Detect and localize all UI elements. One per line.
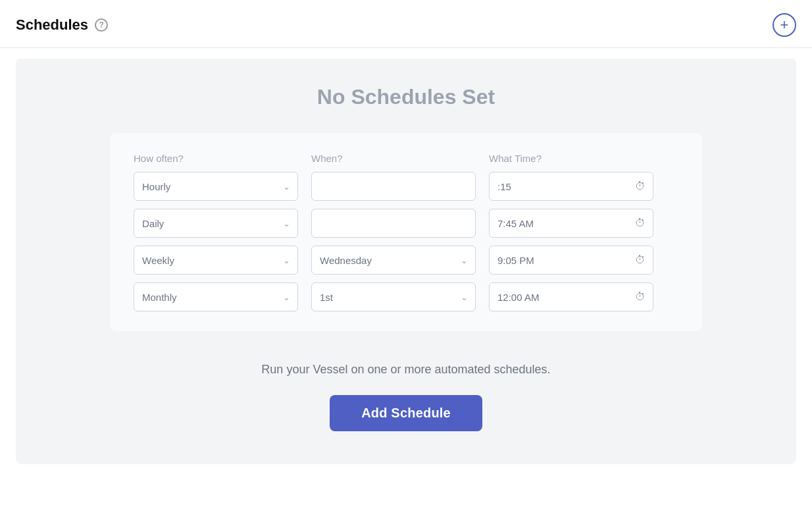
when-row-0	[311, 172, 476, 201]
frequency-select-3[interactable]: Hourly Daily Weekly Monthly	[134, 282, 298, 311]
add-schedule-button[interactable]: Add Schedule	[330, 395, 482, 431]
time-input-0[interactable]	[489, 172, 653, 201]
when-column: When? Sunday Monday Tuesday Wednesday	[311, 153, 476, 311]
time-input-2[interactable]	[489, 246, 653, 275]
time-row-2: ⏱	[489, 246, 653, 275]
when-row-2: Sunday Monday Tuesday Wednesday Thursday…	[311, 246, 476, 275]
time-input-1[interactable]	[489, 209, 653, 238]
frequency-row-1: Hourly Daily Weekly Monthly ⌄	[134, 209, 298, 238]
frequency-select-1[interactable]: Hourly Daily Weekly Monthly	[134, 209, 298, 238]
when-input-1[interactable]	[311, 209, 476, 238]
time-column: What Time? ⏱ ⏱ ⏱	[489, 153, 653, 311]
time-rows: ⏱ ⏱ ⏱ ⏱	[489, 172, 653, 311]
main-content: No Schedules Set How often? Hourly Daily…	[16, 59, 796, 464]
frequency-rows: Hourly Daily Weekly Monthly ⌄ Hourly Dai…	[134, 172, 298, 311]
frequency-row-3: Hourly Daily Weekly Monthly ⌄	[134, 282, 298, 311]
empty-state-title: No Schedules Set	[317, 85, 495, 109]
page-header: Schedules ? +	[0, 0, 812, 48]
frequency-select-2[interactable]: Hourly Daily Weekly Monthly	[134, 246, 298, 275]
when-select-3[interactable]: 1st 2nd 3rd 4th 5th 10th 15th 20th 25th …	[311, 282, 476, 311]
when-rows: Sunday Monday Tuesday Wednesday Thursday…	[311, 172, 476, 311]
when-row-1	[311, 209, 476, 238]
time-row-3: ⏱	[489, 282, 653, 311]
schedule-columns: How often? Hourly Daily Weekly Monthly ⌄	[134, 153, 678, 311]
schedule-preview-card: How often? Hourly Daily Weekly Monthly ⌄	[110, 133, 702, 331]
frequency-column: How often? Hourly Daily Weekly Monthly ⌄	[134, 153, 298, 311]
header-left: Schedules ?	[16, 16, 108, 34]
time-input-3[interactable]	[489, 282, 653, 311]
time-row-1: ⏱	[489, 209, 653, 238]
page-title: Schedules	[16, 16, 88, 34]
when-row-3: 1st 2nd 3rd 4th 5th 10th 15th 20th 25th …	[311, 282, 476, 311]
frequency-select-0[interactable]: Hourly Daily Weekly Monthly	[134, 172, 298, 201]
frequency-row-2: Hourly Daily Weekly Monthly ⌄	[134, 246, 298, 275]
add-schedule-icon-button[interactable]: +	[773, 13, 796, 37]
frequency-row-0: Hourly Daily Weekly Monthly ⌄	[134, 172, 298, 201]
help-icon[interactable]: ?	[95, 18, 108, 32]
when-select-2[interactable]: Sunday Monday Tuesday Wednesday Thursday…	[311, 246, 476, 275]
time-row-0: ⏱	[489, 172, 653, 201]
frequency-column-header: How often?	[134, 153, 298, 164]
when-column-header: When?	[311, 153, 476, 164]
when-input-0[interactable]	[311, 172, 476, 201]
description-text: Run your Vessel on one or more automated…	[261, 363, 550, 377]
time-column-header: What Time?	[489, 153, 653, 164]
